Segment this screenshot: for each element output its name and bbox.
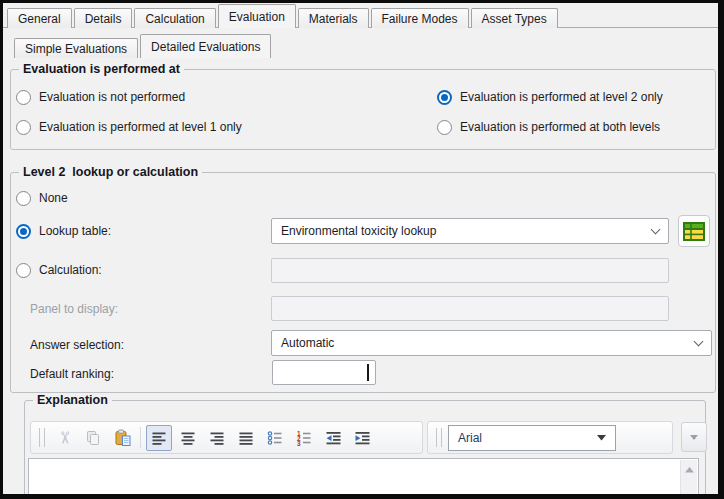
copy-button[interactable] [80,425,106,451]
explanation-font-toolbar: Arial [427,421,673,454]
combobox-value: Automatic [281,336,334,350]
radio-unselected-icon [16,90,31,105]
groupbox-title: Evaluation is performed at [19,62,184,76]
radio-label: None [39,191,68,205]
radio-label: Evaluation is performed at level 1 only [39,120,242,134]
default-ranking-input[interactable] [273,361,375,384]
radio-evaluation-both-levels[interactable]: Evaluation is performed at both levels [437,119,660,135]
panel-to-display-label: Panel to display: [30,302,118,316]
evaluation-sub-tab-bar: Simple Evaluations Detailed Evaluations [14,34,273,58]
tab-materials[interactable]: Materials [298,8,369,28]
radio-label: Lookup table: [39,224,111,238]
table-grid-icon [683,222,705,241]
justify-button[interactable] [233,425,259,451]
align-center-button[interactable] [175,425,201,451]
radio-selected-icon [16,224,31,239]
radio-label: Evaluation is performed at level 2 only [460,90,663,104]
radio-label: Evaluation is not performed [39,90,185,104]
open-lookup-table-button[interactable] [678,215,710,247]
align-center-icon [180,430,196,446]
radio-evaluation-level2-only[interactable]: Evaluation is performed at level 2 only [437,89,663,105]
cut-button[interactable]: ✂ [51,425,77,451]
groupbox-title: Level 2 lookup or calculation [19,165,202,179]
radio-evaluation-not-performed[interactable]: Evaluation is not performed [16,89,185,105]
radio-calculation[interactable]: Calculation: [16,262,102,278]
default-ranking-label: Default ranking: [30,367,114,381]
tab-simple-evaluations[interactable]: Simple Evaluations [14,38,138,58]
vertical-scrollbar[interactable] [680,460,697,499]
radio-unselected-icon [16,120,31,135]
justify-icon [238,430,254,446]
scroll-up-arrow-icon [685,467,694,473]
radio-selected-icon [437,90,452,105]
copy-icon [85,430,101,446]
main-tab-bar: General Details Calculation Evaluation M… [7,4,560,28]
align-left-button[interactable] [146,425,172,451]
panel-to-display-field [271,296,669,321]
chevron-down-icon [694,336,704,346]
tab-failure-modes[interactable]: Failure Modes [371,8,469,28]
tab-asset-types[interactable]: Asset Types [471,8,558,28]
radio-unselected-icon [16,263,31,278]
tab-calculation[interactable]: Calculation [134,8,215,28]
calculation-field [271,258,669,283]
svg-text:3: 3 [297,440,301,446]
radio-none[interactable]: None [16,190,68,206]
default-ranking-input-wrap [272,360,376,385]
numbered-list-button[interactable]: 1 2 3 [291,425,317,451]
combobox-value: Environmental toxicity lookup [281,224,436,238]
groupbox-title: Explanation [33,393,112,407]
evaluation-performed-groupbox: Evaluation is performed at [10,69,716,150]
increase-indent-button[interactable] [349,425,375,451]
align-right-icon [209,430,225,446]
explanation-text-area[interactable] [28,458,699,499]
dropdown-arrow-icon [690,435,698,440]
paste-button[interactable] [109,425,135,451]
explanation-format-toolbar: ✂ [30,421,423,454]
radio-label: Evaluation is performed at both levels [460,120,660,134]
bullet-list-button[interactable] [262,425,288,451]
answer-selection-label: Answer selection: [30,338,124,352]
answer-selection-combobox[interactable]: Automatic [271,330,712,356]
tab-general[interactable]: General [7,8,72,28]
chevron-down-icon [651,224,661,234]
toolbar-grip-handle[interactable] [436,428,442,447]
increase-indent-icon [354,430,371,446]
text-caret [367,364,370,381]
toolbar-grip-handle[interactable] [39,428,45,447]
radio-lookup-table[interactable]: Lookup table: [16,223,111,239]
font-family-combobox[interactable]: Arial [448,425,616,451]
tab-details[interactable]: Details [74,8,133,28]
combobox-value: Arial [458,431,482,445]
decrease-indent-button[interactable] [320,425,346,451]
scissors-icon: ✂ [56,430,73,444]
bullet-list-icon [267,430,283,446]
align-left-icon [151,430,167,446]
tab-evaluation[interactable]: Evaluation [218,4,296,28]
numbered-list-icon: 1 2 3 [296,430,312,446]
radio-unselected-icon [16,191,31,206]
tab-detailed-evaluations[interactable]: Detailed Evaluations [140,34,271,58]
radio-label: Calculation: [39,263,102,277]
paste-icon [114,429,131,446]
decrease-indent-icon [325,430,342,446]
radio-unselected-icon [437,120,452,135]
align-right-button[interactable] [204,425,230,451]
lookup-table-combobox[interactable]: Environmental toxicity lookup [271,218,669,244]
radio-evaluation-level1-only[interactable]: Evaluation is performed at level 1 only [16,119,242,135]
toolbar-separator [140,427,141,448]
evaluation-settings-dialog: General Details Calculation Evaluation M… [0,0,724,499]
dropdown-arrow-icon [597,435,606,441]
toolbar-overflow-button[interactable] [681,422,707,452]
